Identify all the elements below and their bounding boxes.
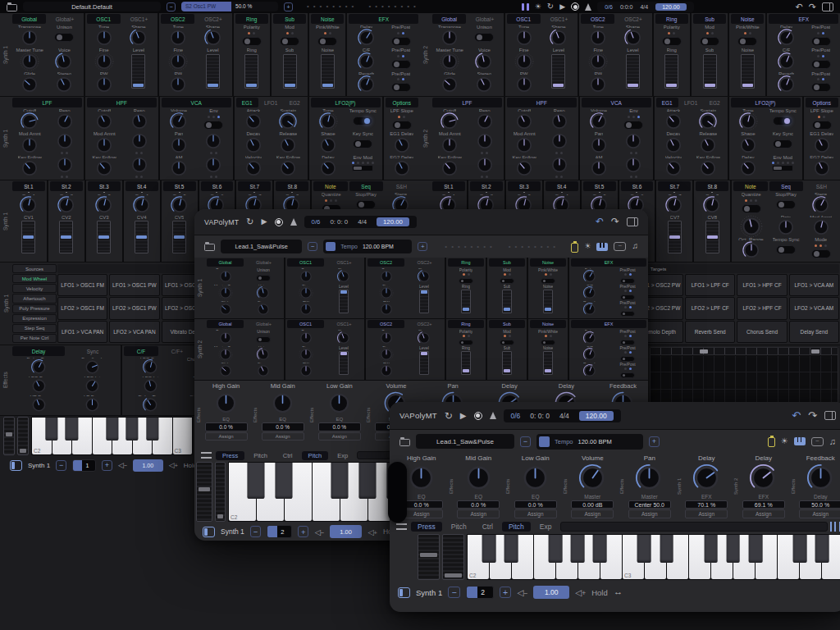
source-aftertouch[interactable]: Aftertouch <box>12 294 57 303</box>
slider-level[interactable] <box>551 54 565 89</box>
tab-ring[interactable]: Ring <box>655 14 688 24</box>
knob-mod-amnt[interactable] <box>514 135 534 155</box>
kb-tab-ctrl-2[interactable]: Ctrl <box>476 522 500 532</box>
toggle-key-sync[interactable] <box>773 139 792 148</box>
matrix-cell-lfo1-osc1-pw[interactable]: LFO1 > OSC1 PW <box>109 274 159 296</box>
knob-release[interactable] <box>278 135 298 155</box>
stepper-button[interactable]: − <box>56 460 66 471</box>
toggle-mod[interactable] <box>700 37 719 46</box>
matrix-cell-lfo2-hpf-cf[interactable]: LFO2 > HPF CF <box>737 297 787 319</box>
envmod-slider[interactable] <box>772 165 793 171</box>
piano-icon[interactable] <box>794 437 806 445</box>
stepper-button[interactable]: + <box>284 2 293 11</box>
matrix-cell-lfo2-lpf-cf[interactable]: LFO2 > LPF CF <box>685 297 735 319</box>
black-key[interactable] <box>45 418 57 441</box>
matrix-cell-lfo2-vca-am[interactable]: LFO2 > VCA AM <box>789 297 839 319</box>
slider-sub[interactable] <box>703 54 717 89</box>
knob-stereo[interactable] <box>256 302 271 317</box>
envmod-control[interactable] <box>352 161 374 171</box>
tab-sub[interactable]: Sub <box>489 258 525 267</box>
black-key[interactable] <box>792 535 806 563</box>
knob-gate8[interactable] <box>702 195 722 215</box>
undo-button[interactable]: ↶ <box>596 217 604 227</box>
metro-icon[interactable] <box>585 3 591 11</box>
knob-mid-gain[interactable] <box>463 463 494 493</box>
knob-pan-lfo-1-2[interactable] <box>203 131 223 151</box>
tab-osc1[interactable]: OSC1+ <box>326 320 363 328</box>
knob-pw[interactable] <box>299 302 313 317</box>
knob-stereo[interactable] <box>256 363 271 378</box>
stepper-button[interactable]: − <box>250 526 262 537</box>
kb-tab-pitch-1[interactable]: Pitch <box>247 451 274 460</box>
tab-osc1[interactable]: OSC1 <box>287 320 324 328</box>
toggle-pre-post[interactable] <box>620 340 635 345</box>
toggle-key-sync[interactable] <box>353 139 372 148</box>
tab-st-1[interactable]: St.1 <box>12 181 45 191</box>
toggle-env[interactable] <box>623 121 643 130</box>
slider-level[interactable] <box>339 290 349 313</box>
slider-handle[interactable] <box>504 308 510 311</box>
loop-icon[interactable]: ↻ <box>246 217 253 226</box>
knob-tune[interactable] <box>318 112 338 131</box>
assign-button[interactable]: Assign <box>571 509 614 518</box>
knob-am[interactable] <box>169 158 189 178</box>
knob-hp-freq[interactable] <box>30 396 48 413</box>
knob-env-1-2[interactable] <box>130 131 149 151</box>
record-icon[interactable] <box>571 2 579 11</box>
piano-icon[interactable] <box>596 243 608 251</box>
tab-c-f[interactable]: C/F <box>124 346 158 356</box>
tab-s-h[interactable]: S&H <box>805 181 838 191</box>
synth-select[interactable]: Synth 1 <box>416 588 442 597</box>
slider-handle[interactable] <box>545 308 551 311</box>
knob-lfo-freq[interactable] <box>30 377 48 395</box>
knob-oct-range[interactable] <box>742 240 761 260</box>
synth-select[interactable]: Synth 1 <box>221 527 244 536</box>
metro-icon[interactable] <box>490 412 496 419</box>
speaker-up-icon[interactable]: ◁+ <box>169 461 178 469</box>
knob-sustain[interactable] <box>698 112 718 131</box>
knob-lfo-1-2[interactable] <box>550 155 569 175</box>
knob-velocity[interactable] <box>664 158 683 178</box>
toggle-tempo-sync[interactable] <box>353 116 372 126</box>
tab-global[interactable]: Global <box>207 258 244 267</box>
slider-handle[interactable] <box>133 84 144 87</box>
black-key[interactable] <box>815 535 829 563</box>
black-key[interactable] <box>275 463 292 499</box>
knob-reso[interactable] <box>550 112 569 131</box>
hamb-icon[interactable] <box>201 452 212 459</box>
slider-handle[interactable] <box>421 352 427 355</box>
slider-sub[interactable] <box>283 54 297 89</box>
knob-pan[interactable] <box>169 135 189 155</box>
knob-steps[interactable] <box>811 195 831 215</box>
fx-value[interactable]: 0.0 % <box>205 422 248 431</box>
kb-tab-press-0[interactable]: Press <box>216 451 244 460</box>
knob-decay[interactable] <box>664 135 683 155</box>
brightness-icon[interactable]: ☀ <box>535 3 541 11</box>
record-icon[interactable] <box>275 218 283 226</box>
assign-button[interactable]: Assign <box>685 509 728 518</box>
kb-tab-exp-4[interactable]: Exp <box>331 451 354 460</box>
tab-sync[interactable]: Sync <box>66 346 119 356</box>
knob-eg1-delay[interactable] <box>812 135 832 155</box>
tab-ring[interactable]: Ring <box>448 320 484 328</box>
octave-count[interactable]: 1 <box>72 459 96 472</box>
split-icon[interactable] <box>824 411 836 420</box>
knob-voice[interactable] <box>474 52 494 71</box>
knob-tune[interactable] <box>299 331 313 345</box>
black-key[interactable] <box>126 418 138 441</box>
play-button[interactable]: ▶ <box>261 218 267 226</box>
stepper-button[interactable]: + <box>298 526 309 537</box>
slider-handle[interactable] <box>174 235 185 239</box>
tab-vca[interactable]: VCA <box>162 98 231 107</box>
tab-st-4[interactable]: St.4 <box>546 181 578 191</box>
knob-key-follow[interactable] <box>440 158 459 178</box>
knob-c-f[interactable] <box>582 285 597 300</box>
slider-noise[interactable] <box>543 290 553 313</box>
knob-glide[interactable] <box>440 75 459 94</box>
knob-pan[interactable] <box>634 463 664 493</box>
knob-pw[interactable] <box>168 75 188 94</box>
panel-icon[interactable] <box>398 587 410 598</box>
tab-vca[interactable]: VCA <box>582 98 651 107</box>
redo-button[interactable]: ↷ <box>808 410 817 421</box>
black-key[interactable] <box>66 418 78 441</box>
